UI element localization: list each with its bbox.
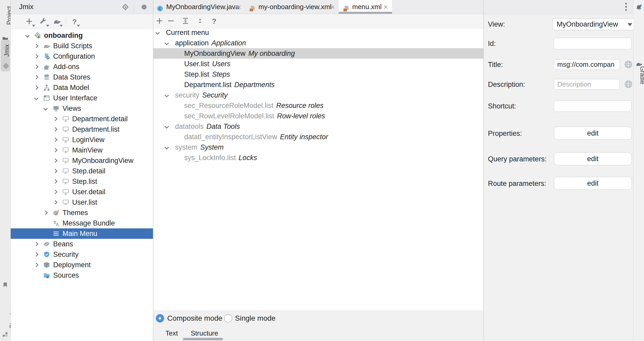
chevron-down-icon[interactable]	[165, 145, 169, 149]
menu-node-entity-inspector[interactable]: datatl_entityInspectorListViewEntity ins…	[153, 132, 483, 142]
menu-node-datatools[interactable]: datatoolsData Tools	[153, 121, 483, 132]
chevron-down-icon[interactable]	[165, 41, 169, 45]
chevron-right-icon[interactable]	[53, 180, 57, 184]
stripe-button-jmix[interactable]: Jmix	[1, 40, 10, 71]
chevron-right-icon[interactable]	[34, 54, 38, 58]
chevron-down-icon[interactable]	[156, 31, 159, 35]
menu-node-locks[interactable]: sys_LockInfo.listLocks	[153, 153, 483, 163]
tree-item-themes[interactable]: Themes	[11, 208, 153, 218]
tree-item-onboarding[interactable]: onboarding	[11, 30, 153, 41]
chevron-right-icon[interactable]	[34, 242, 38, 246]
help-button[interactable]: ?	[210, 17, 219, 26]
single-mode-radio[interactable]	[224, 314, 232, 322]
chevron-right-icon[interactable]	[53, 117, 57, 121]
chevron-right-icon[interactable]	[34, 65, 38, 69]
menu-node-resource-roles[interactable]: sec_ResourceRoleModel.listResource roles	[153, 100, 483, 111]
menu-node-application[interactable]: applicationApplication	[153, 38, 483, 48]
stripe-button-project[interactable]: Project	[0, 5, 10, 44]
tree-item-main-menu[interactable]: Main Menu	[11, 228, 153, 239]
wrench-button[interactable]	[39, 17, 48, 26]
add-menu-item-button[interactable]	[156, 17, 164, 26]
tree-item-user-detail[interactable]: User.detail	[11, 187, 153, 197]
route-parameters-edit-button[interactable]: edit	[554, 177, 632, 190]
close-icon[interactable]: ×	[383, 0, 388, 14]
chevron-right-icon[interactable]	[53, 159, 57, 163]
tree-item-step-detail[interactable]: Step.detail	[11, 166, 153, 176]
chevron-right-icon[interactable]	[53, 190, 57, 194]
chevron-down-icon[interactable]	[165, 125, 169, 129]
stripe-button-structure[interactable]: Structure	[0, 299, 10, 340]
properties-edit-button[interactable]: edit	[554, 127, 632, 140]
tree-item-sources[interactable]: Sources	[11, 270, 153, 281]
chevron-down-icon[interactable]	[25, 34, 29, 38]
chevron-right-icon[interactable]	[53, 138, 57, 142]
tab-menu-xml[interactable]: <> menu.xml ×	[339, 0, 392, 14]
tree-item-data-stores[interactable]: Data Stores	[11, 72, 153, 82]
collapse-all-button[interactable]	[196, 17, 205, 26]
tab-structure[interactable]: Structure	[191, 327, 218, 339]
id-input[interactable]	[554, 38, 631, 49]
tree-item-views[interactable]: Views	[11, 103, 153, 114]
shortcut-input[interactable]	[554, 100, 631, 112]
chevron-right-icon[interactable]	[53, 169, 57, 173]
chevron-down-icon[interactable]	[44, 107, 47, 111]
chevron-right-icon[interactable]	[53, 148, 57, 152]
tree-item-configuration[interactable]: Configuration	[11, 51, 153, 62]
chevron-right-icon[interactable]	[34, 44, 38, 48]
tree-item-add-ons[interactable]: Add-ons	[11, 62, 153, 72]
menu-node-row-level-roles[interactable]: sec_RowLevelRoleModel.listRow-level role…	[153, 111, 483, 121]
tree-item-user-interface[interactable]: User Interface	[11, 93, 153, 103]
tree-item-security[interactable]: Security	[11, 249, 153, 260]
chevron-right-icon[interactable]	[53, 200, 57, 204]
menu-node-system[interactable]: systemSystem	[153, 142, 483, 153]
locate-target-icon[interactable]	[122, 3, 129, 11]
menu-node-department-list[interactable]: Department.listDepartments	[153, 80, 483, 90]
menu-node-user-list[interactable]: User.listUsers	[153, 59, 483, 69]
title-input[interactable]	[554, 59, 620, 70]
tree-item-loginview[interactable]: LoginView	[11, 135, 153, 145]
add-button[interactable]	[25, 17, 34, 26]
menu-node-security[interactable]: securitySecurity	[153, 90, 483, 100]
tab-myonboardingview-java[interactable]: C MyOnboardingView.java ×	[154, 0, 245, 14]
menu-node-myonboardingview[interactable]: MyOnboardingViewMy onboarding	[153, 48, 483, 59]
tree-item-myonboardingview[interactable]: MyOnboardingView	[11, 155, 153, 166]
menu-node-step-list[interactable]: Step.listSteps	[153, 69, 483, 80]
query-parameters-edit-button[interactable]: edit	[554, 152, 632, 165]
composite-mode-radio[interactable]	[156, 314, 164, 322]
tree-item-mainview[interactable]: MainView	[11, 145, 153, 155]
description-input[interactable]	[554, 79, 620, 90]
help-button[interactable]: ?	[70, 17, 79, 26]
chevron-right-icon[interactable]	[34, 75, 38, 79]
globe-icon[interactable]	[624, 80, 633, 89]
close-icon[interactable]: ×	[330, 0, 335, 14]
tree-item-beans[interactable]: Beans	[11, 239, 153, 249]
chevron-down-icon[interactable]	[34, 96, 38, 100]
tree-item-department-list[interactable]: Department.list	[11, 124, 153, 135]
chevron-right-icon[interactable]	[34, 86, 38, 90]
kebab-menu-icon[interactable]	[625, 2, 627, 12]
gradle-button[interactable]	[53, 17, 62, 26]
remove-menu-item-button[interactable]	[167, 17, 176, 26]
menu-node-root[interactable]: Current menu	[153, 27, 483, 38]
tree-item-message-bundle[interactable]: Message Bundle	[11, 218, 153, 228]
tab-my-onboarding-view-xml[interactable]: <> my-onboarding-view.xml ×	[246, 0, 339, 14]
view-combobox[interactable]: MyOnboardingView	[552, 18, 636, 30]
tree-item-user-list[interactable]: User.list	[11, 197, 153, 208]
chevron-right-icon[interactable]	[53, 127, 57, 131]
tab-text[interactable]: Text	[165, 327, 178, 339]
tree-item-step-list[interactable]: Step.list	[11, 176, 153, 187]
tree-item-deployment[interactable]: Deployment	[11, 260, 153, 270]
stripe-button-bookmarks[interactable]: Bookmarks	[0, 248, 10, 289]
tree-item-build-scripts[interactable]: Build Scripts	[11, 41, 153, 51]
chevron-down-icon[interactable]	[165, 93, 169, 97]
tree-item-department-detail[interactable]: Department.detail	[11, 114, 153, 124]
chevron-right-icon[interactable]	[34, 253, 38, 257]
dropdown-caret-icon	[46, 25, 49, 27]
close-icon[interactable]: ×	[237, 0, 241, 14]
tree-item-data-model[interactable]: Data Model	[11, 82, 153, 93]
chevron-right-icon[interactable]	[44, 211, 47, 215]
chevron-right-icon[interactable]	[34, 263, 38, 267]
expand-all-button[interactable]	[182, 17, 190, 26]
gear-icon[interactable]	[140, 3, 148, 11]
globe-icon[interactable]	[624, 60, 633, 69]
